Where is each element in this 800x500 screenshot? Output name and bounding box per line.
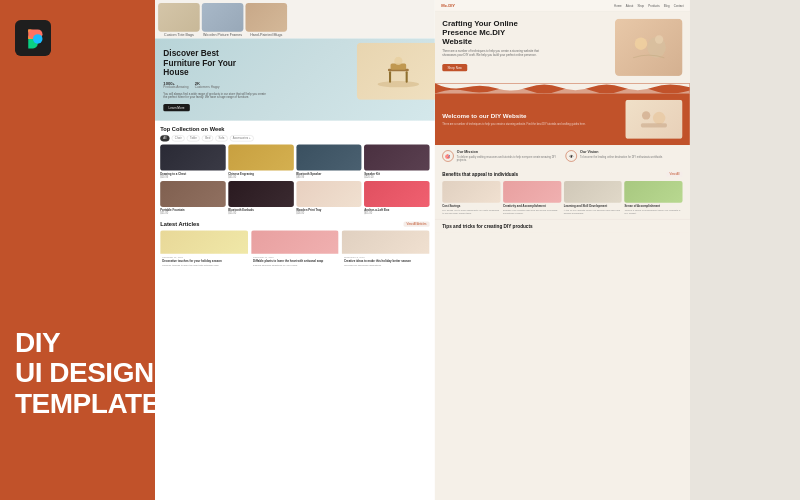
nav-blog[interactable]: Blog [664, 4, 670, 7]
svg-point-6 [394, 57, 402, 65]
tips-section: Tips and tricks for creating DIY product… [435, 219, 690, 233]
svg-point-10 [642, 111, 650, 119]
tab-all[interactable]: All [160, 135, 169, 141]
wave-divider [435, 83, 690, 93]
product-frames-label: Wooden Picture Frames [202, 33, 244, 37]
mission-card: 🎯 Our Mission To deliver quality craftin… [442, 150, 559, 162]
figma-icon [15, 20, 51, 56]
nav-contact[interactable]: Contact [674, 4, 684, 7]
vision-body: Our Vision To become the leading online … [580, 150, 663, 162]
mission-text: To deliver quality crafting resources an… [457, 155, 559, 162]
svg-rect-5 [406, 71, 408, 82]
articles-header: Latest Articles View All Articles [160, 221, 429, 227]
benefits-view-all[interactable]: View All [666, 172, 682, 177]
item-img-3[interactable] [296, 145, 361, 171]
collection-item-3: Bluetooth Speaker $89.99 [296, 145, 361, 179]
product-mugs [245, 3, 287, 32]
tab-bed[interactable]: Bed [202, 135, 213, 141]
diy-nav: Mc.DIY Home About Shop Products Blog Con… [435, 0, 690, 11]
article-img-2 [251, 230, 339, 253]
articles-title: Latest Articles [160, 221, 199, 227]
nav-shop[interactable]: Shop [638, 4, 645, 7]
article-3: December 16, 2023 Creative ideas to make… [342, 230, 430, 268]
collection-tabs: All Chair Table Bed Sofa Accessories + [155, 135, 435, 144]
welcome-visual [625, 100, 682, 139]
tab-table[interactable]: Table [187, 135, 200, 141]
nav-home[interactable]: Home [614, 4, 622, 7]
vision-text: To become the leading online destination… [580, 155, 663, 159]
collection-item-1: Drawing to a Chest $59.99 [160, 145, 225, 179]
item-img-4[interactable] [364, 145, 429, 171]
item-img-6[interactable] [228, 181, 293, 207]
vision-title: Our Vision [580, 150, 663, 154]
article-img-3 [342, 230, 430, 253]
benefit-img-4 [624, 181, 682, 203]
left-sidebar: DIYUI DESIGNTEMPLATE [0, 0, 155, 500]
benefit-img-3 [564, 181, 622, 203]
collection-item-6: Bluetooth Earbuds $55.00 [228, 181, 293, 215]
product-tote-label: Custom Tote Bags [158, 33, 200, 37]
product-mugs-label: Hand-Painted Mugs [245, 33, 287, 37]
svg-point-9 [655, 35, 663, 43]
furniture-hero: Discover Best Furniture For Your House N… [155, 38, 435, 120]
benefit-4: Sense of Accomplishment There's a sense … [624, 181, 682, 215]
item-img-2[interactable] [228, 145, 293, 171]
tips-title: Tips and tricks for creating DIY product… [442, 223, 682, 228]
benefit-3: Learning and Skill Development A top 10 … [564, 181, 622, 215]
welcome-text: Welcome to our DIY Website There are a n… [442, 112, 620, 126]
mission-title: Our Mission [457, 150, 559, 154]
tab-accessories[interactable]: Accessories + [230, 135, 254, 141]
collection-item-2: Chinese Engraving $45.00 [228, 145, 293, 179]
mission-icon: 🎯 [442, 150, 453, 161]
benefit-img-2 [503, 181, 561, 203]
tab-chair[interactable]: Chair [172, 135, 185, 141]
diy-hero-visual [615, 19, 683, 76]
view-all-articles[interactable]: View All Articles [403, 221, 429, 226]
collection-item-5: Portable Fountain $35.00 [160, 181, 225, 215]
nav-products[interactable]: Products [648, 4, 659, 7]
diy-shop-button[interactable]: Shop Now [442, 64, 467, 71]
tab-sofa[interactable]: Sofa [215, 135, 227, 141]
articles-section: Latest Articles View All Articles Decemb… [155, 219, 435, 271]
diy-hero-image [615, 19, 683, 76]
product-frames [202, 3, 244, 32]
product-tote [158, 3, 200, 32]
furniture-preview: Custom Tote Bags Wooden Picture Frames H… [155, 0, 435, 500]
article-1: December 12, 2023 Decorative touches for… [160, 230, 248, 268]
product-strip: Custom Tote Bags Wooden Picture Frames H… [155, 0, 435, 38]
hero-stat-customers: 2K Customers Happy [195, 81, 220, 89]
collection-item-4: Speaker Kit $120.00 [364, 145, 429, 179]
main-content: Custom Tote Bags Wooden Picture Frames H… [155, 0, 800, 500]
vision-card: 👁 Our Vision To become the leading onlin… [566, 150, 683, 162]
welcome-body: There are a number of techniques to help… [442, 122, 620, 126]
svg-rect-12 [641, 123, 667, 127]
article-2: December 14, 2023 Diffable plants to lea… [251, 230, 339, 268]
benefits-title: Benefits that appeal to individuals [442, 172, 518, 177]
svg-point-1 [378, 81, 420, 87]
collection-item-7: Wooden Print Tray $28.00 [296, 181, 361, 215]
hero-image [357, 43, 435, 100]
item-img-5[interactable] [160, 181, 225, 207]
item-img-8[interactable] [364, 181, 429, 207]
sidebar-title: DIYUI DESIGNTEMPLATE [15, 328, 160, 420]
furniture-visual [357, 43, 435, 100]
collections-section: Top Collection on Week All Chair Table B… [155, 121, 435, 219]
benefit-1: Cost Savings DIY allows you to save sign… [442, 181, 500, 215]
collection-grid: Drawing to a Chest $59.99 Chinese Engrav… [155, 145, 435, 219]
benefits-section: Benefits that appeal to individuals View… [435, 167, 690, 218]
svg-point-7 [635, 37, 647, 49]
benefit-img-1 [442, 181, 500, 203]
hero-body-text: You will always find a wide range of pro… [163, 92, 267, 100]
hero-stat-products: 1000+ Products Amazing [163, 81, 188, 89]
item-img-1[interactable] [160, 145, 225, 171]
welcome-title: Welcome to our DIY Website [442, 112, 620, 119]
hero-cta-button[interactable]: Learn More [163, 104, 189, 111]
item-img-7[interactable] [296, 181, 361, 207]
nav-about[interactable]: About [626, 4, 633, 7]
diy-nav-links: Home About Shop Products Blog Contact [614, 4, 683, 7]
diy-preview: Mc.DIY Home About Shop Products Blog Con… [435, 0, 690, 500]
diy-hero: Crafting Your OnlinePresence Mc.DIYWebsi… [435, 11, 690, 83]
diy-hero-title: Crafting Your OnlinePresence Mc.DIYWebsi… [442, 19, 609, 46]
svg-rect-4 [389, 71, 391, 82]
diy-hero-text: Crafting Your OnlinePresence Mc.DIYWebsi… [442, 19, 609, 76]
